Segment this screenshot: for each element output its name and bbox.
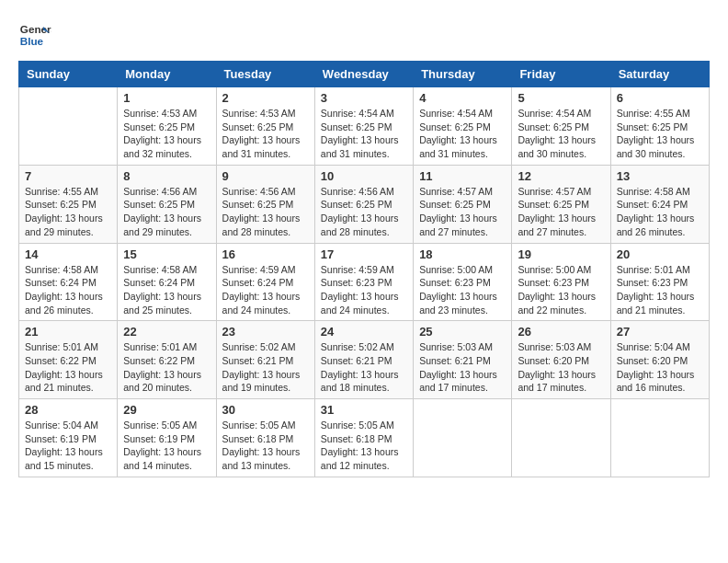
day-of-week-header: Friday [512,62,610,87]
day-info: Sunrise: 4:54 AM Sunset: 6:25 PM Dayligh… [518,107,604,161]
day-info: Sunrise: 4:58 AM Sunset: 6:24 PM Dayligh… [25,263,111,317]
calendar-day-cell: 15Sunrise: 4:58 AM Sunset: 6:24 PM Dayli… [118,243,216,321]
day-number: 31 [321,403,407,417]
day-number: 26 [518,325,604,339]
calendar-day-cell: 3Sunrise: 4:54 AM Sunset: 6:25 PM Daylig… [314,87,413,166]
day-info: Sunrise: 4:57 AM Sunset: 6:25 PM Dayligh… [419,185,506,239]
day-number: 19 [518,247,604,261]
calendar-day-cell: 14Sunrise: 4:58 AM Sunset: 6:24 PM Dayli… [19,243,118,321]
day-info: Sunrise: 4:53 AM Sunset: 6:25 PM Dayligh… [123,107,210,161]
calendar-day-cell: 4Sunrise: 4:54 AM Sunset: 6:25 PM Daylig… [414,87,512,166]
day-number: 15 [123,247,210,261]
calendar-week-row: 14Sunrise: 4:58 AM Sunset: 6:24 PM Dayli… [19,243,710,321]
calendar-day-cell: 27Sunrise: 5:04 AM Sunset: 6:20 PM Dayli… [610,321,709,399]
day-number: 22 [123,325,210,339]
day-of-week-header: Tuesday [216,62,314,87]
day-info: Sunrise: 5:02 AM Sunset: 6:21 PM Dayligh… [222,340,309,395]
calendar-header-row: SundayMondayTuesdayWednesdayThursdayFrid… [19,62,710,87]
day-info: Sunrise: 4:55 AM Sunset: 6:25 PM Dayligh… [617,107,703,161]
day-info: Sunrise: 4:58 AM Sunset: 6:24 PM Dayligh… [123,263,210,317]
logo: General Blue [18,18,51,52]
calendar-day-cell [19,87,118,166]
day-info: Sunrise: 5:05 AM Sunset: 6:18 PM Dayligh… [222,419,309,473]
calendar-day-cell: 25Sunrise: 5:03 AM Sunset: 6:21 PM Dayli… [414,321,512,399]
calendar-day-cell: 28Sunrise: 5:04 AM Sunset: 6:19 PM Dayli… [19,399,118,477]
day-number: 30 [222,403,309,417]
day-info: Sunrise: 4:59 AM Sunset: 6:23 PM Dayligh… [321,263,407,317]
day-of-week-header: Monday [118,62,216,87]
day-info: Sunrise: 4:54 AM Sunset: 6:25 PM Dayligh… [419,107,506,161]
day-info: Sunrise: 5:04 AM Sunset: 6:19 PM Dayligh… [25,419,111,473]
calendar-day-cell: 17Sunrise: 4:59 AM Sunset: 6:23 PM Dayli… [314,243,413,321]
day-info: Sunrise: 5:01 AM Sunset: 6:23 PM Dayligh… [617,263,703,317]
day-number: 27 [617,325,703,339]
day-info: Sunrise: 5:05 AM Sunset: 6:18 PM Dayligh… [321,419,407,473]
calendar-day-cell: 19Sunrise: 5:00 AM Sunset: 6:23 PM Dayli… [512,243,610,321]
calendar-day-cell: 5Sunrise: 4:54 AM Sunset: 6:25 PM Daylig… [512,87,610,166]
day-info: Sunrise: 4:56 AM Sunset: 6:25 PM Dayligh… [222,185,309,239]
day-number: 13 [617,169,703,183]
calendar-week-row: 28Sunrise: 5:04 AM Sunset: 6:19 PM Dayli… [19,399,710,477]
day-number: 21 [25,325,111,339]
day-info: Sunrise: 4:57 AM Sunset: 6:25 PM Dayligh… [518,185,604,239]
day-of-week-header: Sunday [19,62,118,87]
day-number: 25 [419,325,506,339]
calendar-day-cell: 18Sunrise: 5:00 AM Sunset: 6:23 PM Dayli… [414,243,512,321]
svg-text:General: General [20,23,51,35]
day-info: Sunrise: 4:53 AM Sunset: 6:25 PM Dayligh… [222,107,309,161]
day-info: Sunrise: 4:59 AM Sunset: 6:24 PM Dayligh… [222,263,309,317]
calendar-day-cell: 12Sunrise: 4:57 AM Sunset: 6:25 PM Dayli… [512,165,610,243]
day-number: 3 [321,91,407,105]
day-info: Sunrise: 4:55 AM Sunset: 6:25 PM Dayligh… [25,185,111,239]
page-header: General Blue [18,18,710,52]
calendar-day-cell: 20Sunrise: 5:01 AM Sunset: 6:23 PM Dayli… [610,243,709,321]
calendar-day-cell [414,399,512,477]
calendar-day-cell: 30Sunrise: 5:05 AM Sunset: 6:18 PM Dayli… [216,399,314,477]
day-number: 28 [25,403,111,417]
calendar-day-cell [512,399,610,477]
day-number: 20 [617,247,703,261]
calendar-week-row: 1Sunrise: 4:53 AM Sunset: 6:25 PM Daylig… [19,87,710,166]
day-info: Sunrise: 5:05 AM Sunset: 6:19 PM Dayligh… [123,419,210,473]
day-number: 5 [518,91,604,105]
logo-icon: General Blue [18,18,51,52]
day-number: 14 [25,247,111,261]
day-number: 23 [222,325,309,339]
calendar-day-cell: 8Sunrise: 4:56 AM Sunset: 6:25 PM Daylig… [118,165,216,243]
day-of-week-header: Wednesday [314,62,413,87]
day-info: Sunrise: 4:56 AM Sunset: 6:25 PM Dayligh… [321,185,407,239]
calendar-day-cell: 16Sunrise: 4:59 AM Sunset: 6:24 PM Dayli… [216,243,314,321]
day-number: 6 [617,91,703,105]
day-info: Sunrise: 5:00 AM Sunset: 6:23 PM Dayligh… [419,263,506,317]
day-number: 11 [419,169,506,183]
calendar-day-cell: 29Sunrise: 5:05 AM Sunset: 6:19 PM Dayli… [118,399,216,477]
day-number: 10 [321,169,407,183]
calendar-day-cell: 7Sunrise: 4:55 AM Sunset: 6:25 PM Daylig… [19,165,118,243]
calendar-day-cell: 24Sunrise: 5:02 AM Sunset: 6:21 PM Dayli… [314,321,413,399]
calendar-week-row: 21Sunrise: 5:01 AM Sunset: 6:22 PM Dayli… [19,321,710,399]
day-of-week-header: Thursday [414,62,512,87]
calendar-day-cell: 13Sunrise: 4:58 AM Sunset: 6:24 PM Dayli… [610,165,709,243]
day-info: Sunrise: 5:00 AM Sunset: 6:23 PM Dayligh… [518,263,604,317]
calendar-day-cell: 9Sunrise: 4:56 AM Sunset: 6:25 PM Daylig… [216,165,314,243]
day-info: Sunrise: 5:03 AM Sunset: 6:21 PM Dayligh… [419,340,506,395]
calendar-day-cell: 31Sunrise: 5:05 AM Sunset: 6:18 PM Dayli… [314,399,413,477]
calendar-day-cell: 23Sunrise: 5:02 AM Sunset: 6:21 PM Dayli… [216,321,314,399]
calendar-week-row: 7Sunrise: 4:55 AM Sunset: 6:25 PM Daylig… [19,165,710,243]
day-info: Sunrise: 4:58 AM Sunset: 6:24 PM Dayligh… [617,185,703,239]
calendar-day-cell: 21Sunrise: 5:01 AM Sunset: 6:22 PM Dayli… [19,321,118,399]
day-number: 18 [419,247,506,261]
day-number: 8 [123,169,210,183]
day-info: Sunrise: 5:03 AM Sunset: 6:20 PM Dayligh… [518,340,604,395]
calendar-day-cell: 22Sunrise: 5:01 AM Sunset: 6:22 PM Dayli… [118,321,216,399]
day-info: Sunrise: 5:01 AM Sunset: 6:22 PM Dayligh… [25,340,111,395]
day-number: 29 [123,403,210,417]
calendar-table: SundayMondayTuesdayWednesdayThursdayFrid… [18,61,710,477]
calendar-day-cell [610,399,709,477]
day-of-week-header: Saturday [610,62,709,87]
day-number: 17 [321,247,407,261]
calendar-day-cell: 26Sunrise: 5:03 AM Sunset: 6:20 PM Dayli… [512,321,610,399]
day-number: 16 [222,247,309,261]
day-info: Sunrise: 5:01 AM Sunset: 6:22 PM Dayligh… [123,340,210,395]
svg-text:Blue: Blue [20,35,44,47]
